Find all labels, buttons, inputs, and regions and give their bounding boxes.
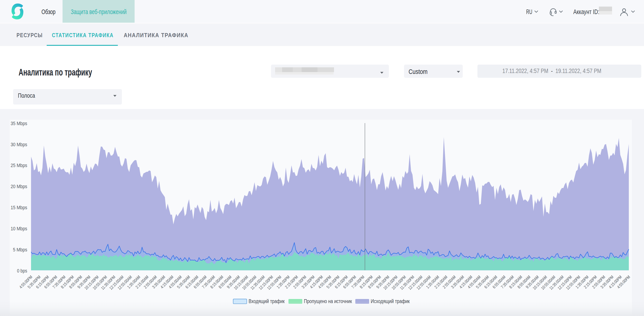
svg-text:0 bps: 0 bps — [17, 268, 27, 274]
svg-text:5 Mbps: 5 Mbps — [13, 247, 27, 252]
svg-text:20 Mbps: 20 Mbps — [11, 184, 27, 189]
svg-text:25 Mbps: 25 Mbps — [11, 162, 27, 168]
svg-text:10 Mbps: 10 Mbps — [11, 226, 27, 232]
svg-text:15 Mbps: 15 Mbps — [11, 205, 27, 210]
svg-text:30 Mbps: 30 Mbps — [11, 142, 27, 147]
svg-text:35 Mbps: 35 Mbps — [11, 120, 27, 126]
